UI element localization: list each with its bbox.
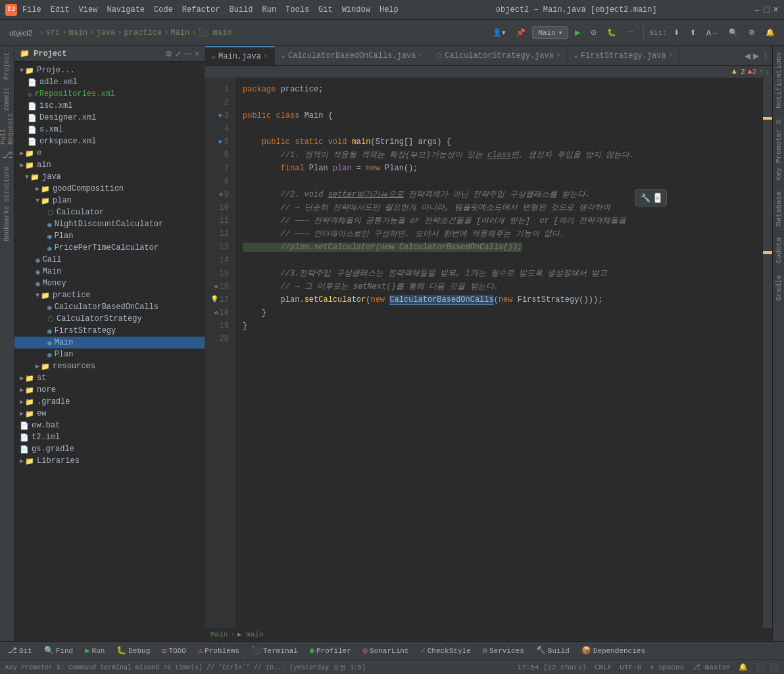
left-panel-bookmarks[interactable]: Bookmarks [0, 204, 14, 243]
menu-build[interactable]: Build [229, 5, 253, 14]
tree-item-goodcomp[interactable]: ▶ 📁 goodComposition [14, 183, 205, 195]
tree-item-isc[interactable]: 📄 isc.xml [14, 100, 205, 112]
menu-file[interactable]: File [22, 5, 41, 14]
toolbar-search-btn[interactable]: 🔍 [725, 26, 742, 39]
tree-item-t2iml[interactable]: 📄 t2.iml [14, 431, 205, 443]
tab-calc-based[interactable]: ☕ CalculatorBasedOnCalls.java × [275, 46, 429, 65]
menu-code[interactable]: Code [154, 5, 173, 14]
tree-item-call[interactable]: ◉ Call [14, 254, 205, 266]
tree-item-plan-practice[interactable]: ◉ Plan [14, 349, 205, 360]
bc-main[interactable]: Main [210, 631, 228, 638]
bottom-btn-profiler[interactable]: ◉ Profiler [305, 644, 356, 658]
nav-down-btn[interactable]: ↓ [766, 67, 770, 76]
debug-button[interactable]: 🐛 [603, 26, 620, 39]
tree-item-designer[interactable]: 📄 Designer.xml [14, 112, 205, 124]
tab-calc-strat[interactable]: ⬡ CalculatorStrategy.java × [429, 46, 568, 65]
toolbar-back-btn[interactable]: object2 [5, 27, 36, 39]
left-panel-structure[interactable]: Structure [0, 164, 14, 204]
run-config-selector[interactable]: Main ▾ [532, 26, 568, 39]
tab-close-btn[interactable]: × [556, 52, 560, 59]
tree-item-nore[interactable]: ▶ 📁 nore [14, 384, 205, 396]
window-controls[interactable]: – □ × [754, 5, 779, 15]
popup-close-btn[interactable]: × [654, 193, 661, 203]
tree-item-gsgradle[interactable]: 📄 gs.gradle [14, 443, 205, 455]
bc-main-file[interactable]: Main [170, 28, 189, 37]
left-panel-commit[interactable]: Commit [0, 85, 14, 112]
editor-scrollbar[interactable] [763, 78, 772, 628]
bottom-btn-problems[interactable]: ⚠ Problems [193, 644, 245, 658]
tree-item-main-goodcomp[interactable]: ◉ Main [14, 266, 205, 277]
tree-item-plan-class[interactable]: ◉ Plan [14, 230, 205, 242]
toolbar-profile-btn[interactable]: 👤▾ [489, 26, 510, 39]
left-panel-project[interactable]: Project [0, 46, 14, 85]
bottom-btn-checkstyle[interactable]: ✓ CheckStyle [415, 644, 476, 658]
menu-navigate[interactable]: Navigate [107, 5, 145, 14]
panel-tab-keypromoter[interactable]: Key Promoter X [773, 114, 784, 185]
git-push-btn[interactable]: ⬆ [686, 26, 700, 39]
run-button[interactable]: ▶ [571, 26, 584, 39]
bc-method[interactable]: ▶ main [237, 630, 264, 638]
bottom-btn-find[interactable]: 🔍 Find [39, 644, 78, 658]
tab-close-btn[interactable]: × [418, 52, 422, 59]
tree-item-calcstrat[interactable]: ⬡ CalculatorStrategy [14, 313, 205, 325]
tree-item-main-practice[interactable]: ◉ Main [14, 337, 205, 349]
menu-help[interactable]: Help [380, 5, 399, 14]
tab-close-btn[interactable]: × [669, 52, 673, 59]
bc-method[interactable]: ⬛ main [198, 28, 232, 37]
notifications-icon[interactable]: 🔔 [739, 663, 748, 671]
bottom-btn-sonar[interactable]: ◎ SonarLint [358, 644, 414, 658]
tree-item-libraries[interactable]: ▶ 📁 Libraries [14, 455, 205, 467]
menu-refactor[interactable]: Refactor [182, 5, 220, 14]
bottom-btn-services[interactable]: ⚙ Services [478, 644, 529, 658]
indent[interactable]: 4 spaces [649, 663, 684, 671]
panel-tab-codota[interactable]: Codota [773, 231, 784, 269]
code-editor[interactable]: package practice; public class Main { pu… [235, 78, 763, 628]
panel-close-btn[interactable]: × [195, 49, 199, 59]
nav-up-btn[interactable]: ↑ [759, 67, 763, 76]
encoding[interactable]: UTF-8 [620, 663, 641, 671]
panel-tab-notifications[interactable]: Notifications [773, 46, 784, 114]
tree-item-firststrat[interactable]: ◉ FirstStrategy [14, 325, 205, 337]
tree-item-calculator[interactable]: ⬡ Calculator [14, 206, 205, 218]
toolbar-translate-btn[interactable]: A→ [702, 27, 722, 39]
tab-first-strat[interactable]: ☕ FirstStrategy.java × [568, 46, 680, 65]
bottom-btn-debug[interactable]: 🐛 Debug [111, 644, 155, 658]
cursor-position[interactable]: 17:54 (22 chars) [517, 663, 587, 671]
menu-window[interactable]: Window [342, 5, 370, 14]
tree-item-practice[interactable]: ▼ 📁 practice [14, 289, 205, 301]
bc-main[interactable]: main [69, 28, 88, 37]
toolbar-more-btn[interactable]: ⋯ [623, 26, 638, 39]
minimize-button[interactable]: – [754, 5, 760, 15]
bottom-btn-build[interactable]: 🔨 Build [531, 644, 575, 658]
bottom-btn-run[interactable]: ▶ Run [80, 644, 110, 658]
menu-tools[interactable]: Tools [285, 5, 309, 14]
coverage-button[interactable]: ⊙ [587, 26, 600, 39]
panel-expand-btn[interactable]: ⤢ [175, 49, 182, 59]
bc-java[interactable]: java [97, 28, 116, 37]
menu-edit[interactable]: Edit [51, 5, 70, 14]
tree-item-s[interactable]: 📄 s.xml [14, 124, 205, 135]
tree-item-project[interactable]: ▼ 📁 Proje... [14, 64, 205, 76]
menu-run[interactable]: Run [262, 5, 276, 14]
run-gutter-icon[interactable]: ▶ [219, 109, 223, 122]
tree-item-ain[interactable]: ▶ 📁 ain [14, 159, 205, 171]
tree-item-st[interactable]: ▶ 📁 st [14, 372, 205, 384]
warning-count[interactable]: ▲ 2 [732, 68, 745, 76]
tab-close-btn[interactable]: × [264, 53, 268, 60]
tree-item-nightdisc[interactable]: ◉ NightDiscountCalculator [14, 218, 205, 230]
tree-item-ewbat[interactable]: 📄 ew.bat [14, 420, 205, 431]
tree-item-ew[interactable]: ▶ 📁 ew [14, 408, 205, 420]
tab-scroll-right[interactable]: ▶ [753, 51, 759, 60]
menu-git[interactable]: Git [318, 5, 333, 14]
left-panel-pull[interactable]: Pull Requests [0, 112, 14, 145]
tree-item-resources[interactable]: ▶ 📁 resources [14, 360, 205, 372]
left-panel-git[interactable]: ⎇ [0, 145, 14, 164]
git-branch[interactable]: ⎇ master [692, 663, 731, 671]
bottom-btn-terminal[interactable]: ⬛ Terminal [246, 644, 303, 658]
close-button[interactable]: × [773, 5, 779, 15]
bottom-btn-deps[interactable]: 📦 Dependencies [576, 644, 650, 658]
error-count[interactable]: ▲2 [748, 68, 756, 76]
tree-item-e[interactable]: ▶ 📁 e [14, 147, 205, 159]
tree-item-java[interactable]: ▼ 📁 java [14, 171, 205, 183]
bc-practice[interactable]: practice [124, 28, 162, 37]
